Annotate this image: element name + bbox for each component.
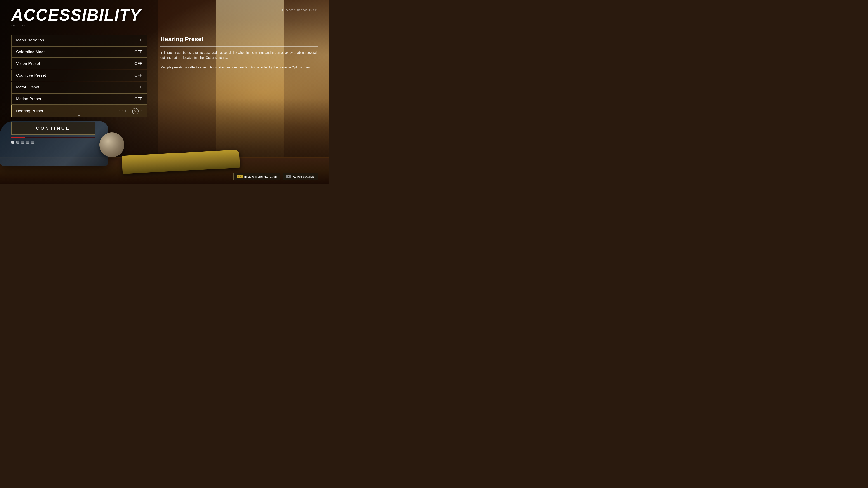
info-panel: Hearing Preset This preset can be used t… [160,35,318,171]
option-value-hearing-preset: OFF [122,109,130,113]
page-title: ACCESSIBILITY [11,7,141,23]
main-layout: Menu Narration OFF Colorblind Mode OFF V… [11,35,318,171]
page-dot-3 [21,140,24,144]
option-row-menu-narration[interactable]: Menu Narration OFF [11,35,147,46]
revert-settings-label: Revert Settings [293,175,314,178]
hearing-preset-controls: ‹ OFF ✕ › [119,108,142,114]
top-bar: ACCESSIBILITY FM 30-184 FND-003A PB-7007… [11,7,318,27]
progress-area [11,137,147,144]
option-value-motion-preset: OFF [134,97,142,101]
dot-indicator [79,115,80,116]
main-content: ACCESSIBILITY FM 30-184 FND-003A PB-7007… [0,0,329,184]
option-label-vision-preset: Vision Preset [16,61,40,66]
lt-badge: LT [237,175,243,178]
option-row-motion-preset[interactable]: Motion Preset OFF [11,93,147,105]
option-value-menu-narration: OFF [134,38,142,42]
continue-button[interactable]: CONTINUE [11,122,95,135]
option-label-motor-preset: Motor Preset [16,85,39,90]
options-panel: Menu Narration OFF Colorblind Mode OFF V… [11,35,147,171]
continue-button-label: CONTINUE [36,126,70,131]
page-dot-1 [11,140,14,144]
option-row-vision-preset[interactable]: Vision Preset OFF [11,58,147,69]
x-button-icon[interactable]: ✕ [132,108,138,114]
option-row-hearing-preset[interactable]: Hearing Preset ‹ OFF ✕ › [11,105,147,117]
page-dots [11,140,147,144]
option-label-hearing-preset: Hearing Preset [16,109,43,113]
progress-bar [11,137,95,138]
info-title: Hearing Preset [160,36,318,43]
option-value-cognitive-preset: OFF [134,73,142,78]
option-label-motion-preset: Motion Preset [16,97,41,101]
title-area: ACCESSIBILITY FM 30-184 [11,7,141,27]
progress-bar-fill [11,137,25,138]
option-value-colorblind-mode: OFF [134,50,142,54]
enable-narration-label: Enable Menu Narration [244,175,277,178]
option-label-cognitive-preset: Cognitive Preset [16,73,46,78]
doc-code-right: FND-003A PB-7007-23-011 [282,9,318,12]
arrow-right-icon[interactable]: › [141,109,142,113]
bottom-bar: LT Enable Menu Narration Y Revert Settin… [233,173,318,180]
info-paragraph-2: Multiple presets can affect same options… [160,65,318,70]
option-value-motor-preset: OFF [134,85,142,90]
arrow-left-icon[interactable]: ‹ [119,109,120,113]
revert-settings-button[interactable]: Y Revert Settings [283,173,318,180]
option-value-vision-preset: OFF [134,61,142,66]
doc-code-left: FM 30-184 [11,24,141,27]
page-dot-2 [16,140,20,144]
y-badge: Y [286,175,291,178]
page-dot-4 [26,140,29,144]
option-label-menu-narration: Menu Narration [16,38,44,42]
enable-narration-button[interactable]: LT Enable Menu Narration [233,173,280,180]
option-row-motor-preset[interactable]: Motor Preset OFF [11,82,147,93]
option-row-cognitive-preset[interactable]: Cognitive Preset OFF [11,70,147,81]
info-paragraph-1: This preset can be used to increase audi… [160,50,318,60]
option-row-colorblind-mode[interactable]: Colorblind Mode OFF [11,46,147,58]
option-label-colorblind-mode: Colorblind Mode [16,50,46,54]
header-divider [11,29,318,29]
page-dot-5 [31,140,34,144]
